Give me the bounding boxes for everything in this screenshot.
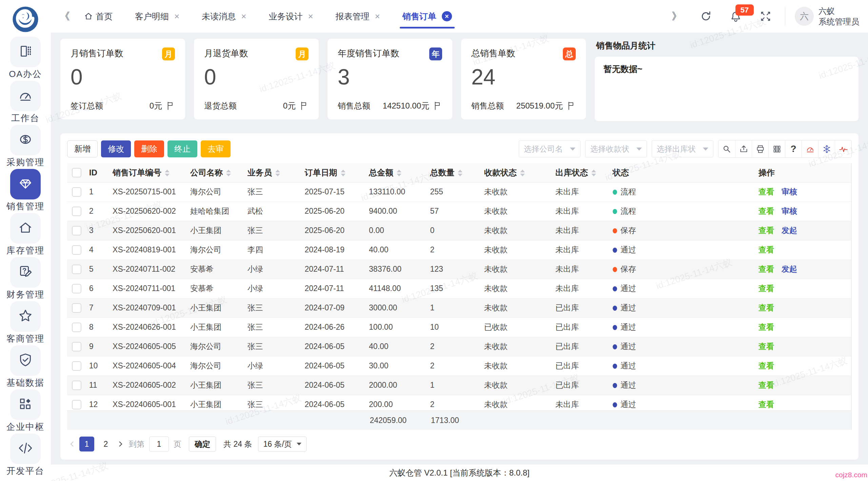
tab-未读消息[interactable]: 未读消息× <box>202 0 246 33</box>
审核-link[interactable]: 审核 <box>782 207 797 215</box>
sidebar-item-开发平台[interactable]: 开发平台 <box>0 434 51 478</box>
sidebar-item-客商管理[interactable]: 客商管理 <box>0 301 51 345</box>
goto-confirm-button[interactable]: 确定 <box>189 437 216 451</box>
close-icon[interactable]: × <box>174 11 179 22</box>
sort-icon[interactable] <box>275 170 280 176</box>
查看-link[interactable]: 查看 <box>758 284 774 293</box>
empty-data-text: 暂无数据~ <box>604 63 850 75</box>
freeze-icon[interactable] <box>818 140 835 157</box>
sort-icon[interactable] <box>520 170 525 176</box>
prev-page-icon[interactable] <box>67 437 77 451</box>
export-icon[interactable] <box>735 140 752 157</box>
user-avatar[interactable]: 六 <box>795 7 814 26</box>
删除-button[interactable]: 删除 <box>134 140 164 157</box>
新增-button[interactable]: 新增 <box>67 140 98 157</box>
column-header-订单日期[interactable]: 订单日期 <box>305 163 369 182</box>
查看-link[interactable]: 查看 <box>758 265 774 273</box>
search-icon[interactable] <box>718 140 735 157</box>
sidebar-item-采购管理[interactable]: 采购管理 <box>0 125 51 169</box>
sidebar-item-企业中枢[interactable]: 企业中枢 <box>0 389 51 434</box>
page-button-2[interactable]: 2 <box>98 437 113 451</box>
查看-link[interactable]: 查看 <box>758 381 774 389</box>
column-header-收款状态[interactable]: 收款状态 <box>484 163 555 182</box>
sort-icon[interactable] <box>397 170 401 176</box>
发起-link[interactable]: 发起 <box>782 226 797 235</box>
查看-link[interactable]: 查看 <box>758 400 774 409</box>
sidebar-item-财务管理[interactable]: 财务管理 <box>0 257 51 301</box>
sidebar-item-销售管理[interactable]: 销售管理 <box>0 169 51 213</box>
查看-link[interactable]: 查看 <box>758 245 774 254</box>
row-checkbox[interactable] <box>72 342 81 351</box>
cell-order-no: XS-20240819-001 <box>113 240 190 259</box>
查看-link[interactable]: 查看 <box>758 323 774 331</box>
终止-button[interactable]: 终止 <box>167 140 197 157</box>
去审-button[interactable]: 去审 <box>201 140 231 157</box>
row-checkbox[interactable] <box>72 361 81 371</box>
close-icon[interactable]: × <box>375 11 380 22</box>
page-button-1[interactable]: 1 <box>79 437 94 451</box>
page-size-select[interactable]: 16 条/页 <box>258 437 306 451</box>
row-checkbox[interactable] <box>72 226 81 235</box>
close-icon[interactable]: × <box>241 11 246 22</box>
sidebar-item-库存管理[interactable]: 库存管理 <box>0 213 51 257</box>
help-icon[interactable]: ? <box>785 140 802 157</box>
notification-bell-icon[interactable]: 57 <box>730 11 742 22</box>
cell-order-no: XS-20240709-001 <box>113 298 190 318</box>
close-icon[interactable]: × <box>308 11 313 22</box>
sort-icon[interactable] <box>226 170 231 176</box>
print-icon[interactable] <box>752 140 768 157</box>
row-checkbox[interactable] <box>72 303 81 313</box>
pulse-icon[interactable] <box>835 140 851 157</box>
fullscreen-icon[interactable] <box>760 11 771 22</box>
filter-select-选择出库状[interactable]: 选择出库状 <box>652 140 713 157</box>
next-page-icon[interactable] <box>115 437 125 451</box>
row-checkbox[interactable] <box>72 207 81 216</box>
column-header-业务员[interactable]: 业务员 <box>248 163 305 182</box>
select-all-checkbox[interactable] <box>72 168 81 177</box>
select-all-cell <box>67 163 89 182</box>
column-header-出库状态[interactable]: 出库状态 <box>555 163 613 182</box>
user-name-block[interactable]: 六蚁 系统管理员 <box>818 6 859 27</box>
monitor-icon[interactable] <box>802 140 818 157</box>
sidebar-item-工作台[interactable]: 工作台 <box>0 81 51 125</box>
row-checkbox[interactable] <box>72 284 81 293</box>
expand-tabs-icon[interactable]: 》 <box>672 9 682 23</box>
发起-link[interactable]: 发起 <box>782 265 797 273</box>
sort-icon[interactable] <box>591 170 596 176</box>
tab-首页[interactable]: 首页 <box>84 0 113 33</box>
tab-销售订单[interactable]: 销售订单× <box>402 0 452 33</box>
filter-select-选择公司名[interactable]: 选择公司名 <box>519 140 580 157</box>
column-header-销售订单编号[interactable]: 销售订单编号 <box>113 163 190 182</box>
columns-icon[interactable] <box>768 140 785 157</box>
查看-link[interactable]: 查看 <box>758 303 774 312</box>
row-checkbox[interactable] <box>72 400 81 409</box>
查看-link[interactable]: 查看 <box>758 207 774 215</box>
查看-link[interactable]: 查看 <box>758 226 774 235</box>
tab-报表管理[interactable]: 报表管理× <box>336 0 380 33</box>
修改-button[interactable]: 修改 <box>101 140 131 157</box>
tab-客户明细[interactable]: 客户明细× <box>135 0 179 33</box>
sort-icon[interactable] <box>341 170 346 176</box>
close-icon[interactable]: × <box>442 11 452 21</box>
goto-page-input[interactable]: 1 <box>149 437 169 451</box>
tab-业务设计[interactable]: 业务设计× <box>269 0 313 33</box>
column-header-总金额[interactable]: 总金额 <box>369 163 430 182</box>
查看-link[interactable]: 查看 <box>758 361 774 370</box>
collapse-sidebar-icon[interactable]: 《 <box>60 9 70 23</box>
row-checkbox[interactable] <box>72 265 81 274</box>
row-checkbox[interactable] <box>72 187 81 197</box>
sidebar-item-基础数据[interactable]: 基础数据 <box>0 345 51 389</box>
sort-icon[interactable] <box>458 170 462 176</box>
sort-icon[interactable] <box>165 170 170 176</box>
sidebar-item-OA办公[interactable]: OA办公 <box>0 37 51 81</box>
refresh-icon[interactable] <box>700 11 712 22</box>
column-header-公司名称[interactable]: 公司名称 <box>190 163 248 182</box>
查看-link[interactable]: 查看 <box>758 187 774 196</box>
查看-link[interactable]: 查看 <box>758 342 774 351</box>
filter-select-选择收款状[interactable]: 选择收款状 <box>585 140 647 157</box>
审核-link[interactable]: 审核 <box>782 187 797 196</box>
column-header-总数量[interactable]: 总数量 <box>430 163 484 182</box>
row-checkbox[interactable] <box>72 245 81 255</box>
row-checkbox[interactable] <box>72 323 81 332</box>
row-checkbox[interactable] <box>72 381 81 390</box>
